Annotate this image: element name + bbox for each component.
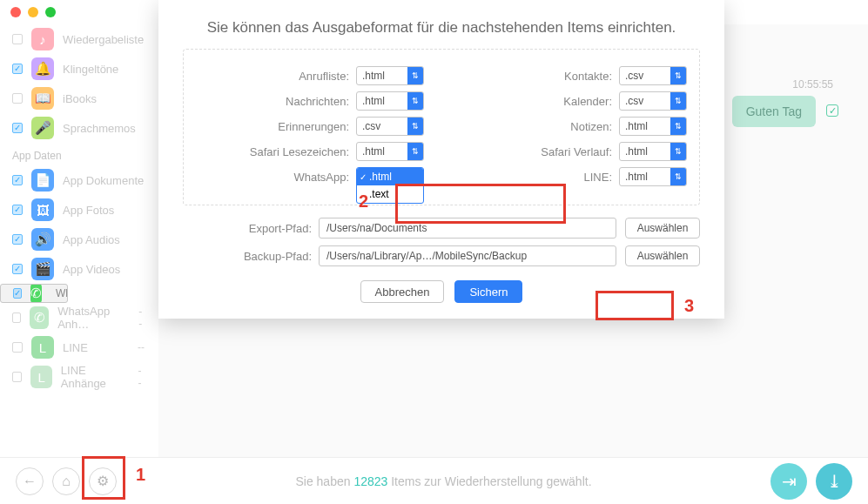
checkbox[interactable]: ✓ — [12, 123, 23, 133]
count-placeholder: -- — [138, 365, 145, 389]
sidebar-item-playlists[interactable]: ♪Wiedergabeliste — [0, 24, 158, 54]
chevron-down-icon: ⇅ — [407, 143, 423, 160]
cancel-button[interactable]: Abbrechen — [360, 280, 445, 303]
choose-export-path-button[interactable]: Auswählen — [625, 218, 700, 239]
checkbox[interactable]: ✓ — [12, 64, 23, 74]
chevron-down-icon: ⇅ — [407, 118, 423, 135]
format-label: Anrufliste: — [299, 70, 349, 83]
whatsapp-icon: ✆ — [30, 306, 49, 329]
book-icon: 📖 — [31, 87, 54, 110]
chevron-down-icon: ⇅ — [670, 92, 686, 110]
contacts-format-select[interactable]: .csv⇅ — [619, 66, 687, 85]
checkbox[interactable] — [12, 93, 23, 104]
sidebar-item-app-videos[interactable]: ✓🎬App Videos — [0, 254, 158, 284]
message-checkbox[interactable]: ✓ — [826, 104, 838, 117]
choose-backup-path-button[interactable]: Auswählen — [625, 245, 700, 266]
sidebar-item-whatsapp-attachments[interactable]: ✆WhatsApp Anh…-- — [0, 303, 158, 333]
checkbox[interactable]: ✓ — [12, 264, 23, 274]
sidebar-item-label: WhatsApp Anh… — [57, 305, 130, 331]
chevron-down-icon: ⇅ — [407, 67, 423, 84]
checkbox[interactable] — [12, 312, 21, 323]
sidebar-item-app-audios[interactable]: ✓🔊App Audios — [0, 225, 158, 254]
settings-button[interactable]: ⚙ — [89, 467, 117, 495]
close-window-dot[interactable] — [10, 7, 21, 17]
format-label: LINE: — [583, 171, 612, 184]
backup-path-input[interactable] — [319, 245, 616, 266]
to-computer-button[interactable]: ⤓ — [816, 463, 852, 500]
checkbox[interactable] — [12, 342, 23, 353]
audio-icon: 🔊 — [31, 228, 54, 251]
dropdown-option-html[interactable]: .html — [357, 168, 423, 185]
message-time: 10:55:55 — [792, 78, 833, 91]
export-path-label: Export-Pfad: — [183, 222, 312, 235]
sidebar: ♪Wiedergabeliste ✓🔔Klingeltöne 📖iBooks ✓… — [0, 24, 158, 457]
line-format-select[interactable]: .html⇅ — [619, 167, 687, 186]
chevron-down-icon: ⇅ — [670, 168, 686, 185]
notes-format-select[interactable]: .html⇅ — [619, 117, 687, 136]
modal-title: Sie können das Ausgabeformat für die nac… — [183, 19, 700, 37]
chevron-down-icon: ⇅ — [670, 67, 686, 84]
sidebar-item-label: App Audios — [63, 233, 120, 246]
format-label: Notizen: — [570, 120, 612, 133]
dropdown-option-text[interactable]: .text — [357, 185, 423, 203]
sidebar-item-whatsapp[interactable]: ✓✆WhatsApp — [0, 284, 68, 303]
history-format-select[interactable]: .html⇅ — [619, 142, 687, 161]
messages-format-select[interactable]: .html⇅ — [356, 91, 424, 111]
bell-icon: 🔔 — [31, 57, 54, 80]
format-label: Nachrichten: — [286, 95, 349, 108]
format-label: Safari Lesezeichen: — [250, 145, 349, 158]
format-label: Kontakte: — [564, 70, 612, 83]
bookmarks-format-select[interactable]: .html⇅ — [356, 142, 424, 161]
back-button[interactable]: ← — [16, 467, 44, 495]
sidebar-item-label: LINE Anhänge — [61, 364, 130, 390]
count-placeholder: -- — [138, 306, 145, 330]
status-post: Items zur Wiederherstellung gewählt. — [387, 474, 591, 488]
status-message: Sie haben 12823 Items zur Wiederherstell… — [125, 474, 762, 488]
format-label: Kalender: — [563, 95, 612, 108]
sidebar-item-label: LINE — [63, 341, 88, 354]
calendar-format-select[interactable]: .csv⇅ — [619, 91, 687, 111]
format-label: Erinnerungen: — [278, 120, 349, 133]
line-icon: L — [31, 336, 54, 359]
message-bubble: Guten Tag — [732, 96, 816, 127]
checkbox[interactable]: ✓ — [13, 288, 22, 299]
doc-icon: 📄 — [31, 169, 54, 192]
sidebar-item-voicememos[interactable]: ✓🎤Sprachmemos — [0, 113, 158, 143]
sidebar-item-label: Wiedergabeliste — [63, 33, 144, 46]
sidebar-item-label: App Dokumente — [63, 174, 144, 187]
whatsapp-format-select-open[interactable]: .html .text — [356, 167, 424, 204]
sidebar-item-app-photos[interactable]: ✓🖼App Fotos — [0, 195, 158, 225]
chevron-down-icon: ⇅ — [670, 118, 686, 135]
calllog-format-select[interactable]: .html⇅ — [356, 66, 424, 85]
checkbox[interactable]: ✓ — [12, 205, 23, 215]
format-label: Safari Verlauf: — [541, 145, 612, 158]
sidebar-item-line[interactable]: LLINE-- — [0, 333, 158, 362]
sidebar-item-ringtones[interactable]: ✓🔔Klingeltöne — [0, 54, 158, 84]
sidebar-item-ibooks[interactable]: 📖iBooks — [0, 84, 158, 113]
home-button[interactable]: ⌂ — [52, 467, 80, 495]
sidebar-item-label: Sprachmemos — [63, 122, 136, 135]
to-device-button[interactable]: ⇥ — [770, 463, 807, 500]
video-icon: 🎬 — [31, 258, 54, 280]
sidebar-item-label: App Fotos — [63, 204, 114, 217]
sidebar-item-line-attachments[interactable]: LLINE Anhänge-- — [0, 362, 158, 392]
sidebar-item-label: Klingeltöne — [63, 63, 118, 76]
sidebar-item-app-documents[interactable]: ✓📄App Dokumente — [0, 165, 158, 195]
checkbox[interactable]: ✓ — [12, 175, 23, 185]
chevron-down-icon: ⇅ — [407, 92, 423, 110]
minimize-window-dot[interactable] — [28, 7, 38, 17]
photo-icon: 🖼 — [31, 198, 54, 221]
save-button[interactable]: Sichern — [454, 280, 522, 303]
checkbox[interactable] — [12, 34, 23, 44]
sidebar-item-label: WhatsApp — [50, 287, 68, 299]
maximize-window-dot[interactable] — [45, 7, 56, 17]
export-path-input[interactable] — [319, 218, 616, 239]
music-icon: ♪ — [31, 28, 54, 50]
format-label: WhatsApp: — [293, 171, 349, 184]
checkbox[interactable]: ✓ — [12, 234, 23, 245]
reminders-format-select[interactable]: .csv⇅ — [356, 117, 424, 136]
line-icon: L — [30, 366, 51, 388]
export-settings-modal: Sie können das Ausgabeformat für die nac… — [158, 0, 724, 319]
checkbox[interactable] — [12, 372, 22, 382]
bottom-bar: ← ⌂ ⚙ Sie haben 12823 Items zur Wiederhe… — [0, 457, 868, 504]
